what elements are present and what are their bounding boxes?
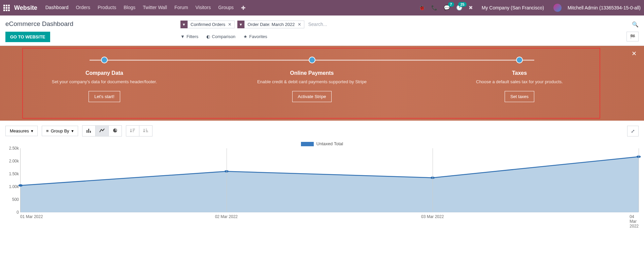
main-nav: Dashboard Orders Products Blogs Twitter …: [45, 5, 245, 11]
go-to-website-button[interactable]: GO TO WEBSITE: [5, 32, 50, 42]
y-axis: 05001.00k1.50k2.00k2.50k: [5, 148, 19, 212]
svg-rect-1: [88, 129, 89, 133]
area-chart-svg: [21, 148, 639, 212]
activities-icon[interactable]: 🕒25: [456, 5, 463, 11]
close-icon[interactable]: ✕: [632, 50, 637, 57]
nav-groups[interactable]: Groups: [218, 5, 234, 11]
brand[interactable]: Website: [14, 4, 37, 11]
expand-icon[interactable]: ⤢: [627, 126, 639, 136]
svg-point-4: [19, 184, 23, 187]
step-desc: Choose a default sales tax for your prod…: [462, 79, 577, 85]
systray: 🐞 📞 💬7 🕒25 ✖ My Company (San Francisco) …: [419, 4, 641, 12]
chart: 05001.00k1.50k2.00k2.50k 01 Mar 202202 M…: [20, 148, 639, 221]
nav-twitter-wall[interactable]: Twitter Wall: [143, 5, 167, 11]
plot-area: [20, 148, 639, 212]
nav-forum[interactable]: Forum: [174, 5, 188, 11]
sort-asc-icon[interactable]: [139, 126, 152, 136]
messages-icon[interactable]: 💬7: [444, 5, 450, 11]
filters-menu[interactable]: ▼Filters: [180, 34, 198, 39]
bar-chart-icon[interactable]: [82, 126, 96, 136]
messages-badge: 7: [448, 2, 454, 7]
search-icon[interactable]: 🔍: [632, 21, 639, 28]
legend: Untaxed Total: [5, 141, 639, 146]
filter-icon: ▾: [180, 21, 188, 28]
avatar[interactable]: [553, 4, 562, 12]
search-input[interactable]: [307, 20, 630, 28]
bug-icon[interactable]: 🐞: [419, 5, 425, 11]
chart-type-group: [82, 125, 122, 136]
nav-dashboard[interactable]: Dashboard: [45, 5, 69, 11]
list-icon: ≡: [46, 128, 49, 133]
set-taxes-button[interactable]: Set taxes: [505, 91, 534, 102]
lets-start-button[interactable]: Let's start!: [89, 91, 120, 102]
tools-icon[interactable]: ✖: [469, 5, 473, 11]
dashboard-icon[interactable]: 🏁: [626, 32, 639, 41]
step-dot: [309, 57, 315, 63]
svg-rect-0: [87, 130, 88, 133]
legend-label: Untaxed Total: [316, 141, 343, 146]
pie-chart-icon[interactable]: [109, 126, 122, 136]
control-panel: eCommerce Dashboard GO TO WEBSITE ▾ Conf…: [0, 16, 644, 46]
sort-group: [126, 125, 152, 136]
facet-confirmed-orders: ▾ Confirmed Orders✕: [180, 21, 235, 28]
nav-blogs[interactable]: Blogs: [124, 5, 135, 11]
nav-orders[interactable]: Orders: [76, 5, 90, 11]
facet-order-date: ▾ Order Date: March 2022✕: [237, 21, 304, 28]
nav-products[interactable]: Products: [98, 5, 116, 11]
apps-icon[interactable]: [3, 5, 11, 11]
onboard-step-company: Company Data Set your company's data for…: [47, 57, 162, 102]
legend-swatch: [301, 142, 314, 146]
page-title: eCommerce Dashboard: [5, 20, 180, 28]
facet-remove-icon[interactable]: ✕: [228, 22, 232, 27]
line-chart-icon[interactable]: [96, 126, 109, 136]
filter-icon: ▾: [237, 21, 244, 28]
step-title: Online Payments: [255, 70, 369, 76]
graph-controls: Measures▾ ≡Group By▾ ⤢: [0, 121, 644, 141]
funnel-icon: ▼: [180, 34, 185, 39]
activate-stripe-button[interactable]: Activate Stripe: [292, 91, 332, 102]
topbar: Website Dashboard Orders Products Blogs …: [0, 0, 644, 16]
onboard-step-payments: Online Payments Enable credit & debit ca…: [255, 57, 369, 102]
sort-desc-icon[interactable]: [126, 126, 139, 136]
onboarding-banner: ✕ Company Data Set your company's data f…: [0, 46, 644, 121]
comparison-menu[interactable]: ◐Comparison: [206, 34, 235, 39]
caret-down-icon: ▾: [71, 128, 74, 133]
step-desc: Enable credit & debit card payments supp…: [255, 79, 369, 85]
facet-remove-icon[interactable]: ✕: [298, 22, 301, 27]
onboard-step-taxes: Taxes Choose a default sales tax for you…: [462, 57, 577, 102]
activities-badge: 25: [458, 2, 466, 7]
nav-add-icon[interactable]: ✚: [241, 5, 245, 11]
nav-visitors[interactable]: Visitors: [196, 5, 211, 11]
facet-label: Order Date: March 2022: [247, 22, 295, 27]
svg-rect-2: [90, 131, 91, 133]
contrast-icon: ◐: [206, 34, 210, 39]
step-title: Company Data: [47, 70, 162, 76]
groupby-button[interactable]: ≡Group By▾: [42, 126, 78, 136]
user-name[interactable]: Mitchell Admin (13365394-15-0-all): [568, 5, 641, 10]
phone-icon[interactable]: 📞: [431, 5, 438, 11]
step-dot: [516, 57, 523, 63]
measures-button[interactable]: Measures▾: [5, 126, 38, 136]
star-icon: ★: [243, 34, 247, 39]
favorites-menu[interactable]: ★Favorites: [243, 34, 267, 39]
facet-label: Confirmed Orders: [191, 22, 225, 27]
chart-container: Untaxed Total 05001.00k1.50k2.00k2.50k 0…: [0, 141, 644, 221]
step-title: Taxes: [462, 70, 577, 76]
step-dot: [101, 57, 108, 63]
step-desc: Set your company's data for documents he…: [47, 79, 162, 85]
caret-down-icon: ▾: [31, 128, 33, 133]
company-switcher[interactable]: My Company (San Francisco): [482, 5, 544, 10]
